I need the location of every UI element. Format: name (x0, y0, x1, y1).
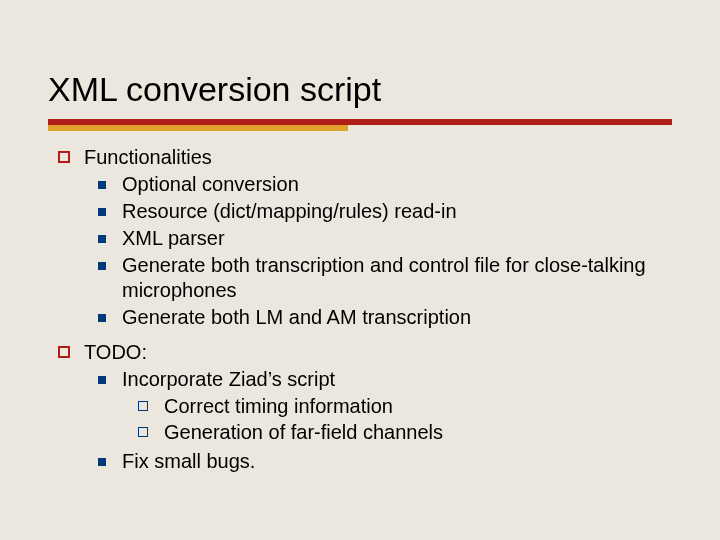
subitem-text: Generation of far-field channels (164, 420, 443, 445)
square-filled-bullet-icon (98, 208, 106, 216)
square-filled-bullet-icon (98, 262, 106, 270)
item-text: Optional conversion (122, 172, 672, 197)
item-text: Generate both transcription and control … (122, 253, 672, 303)
list-item: Fix small bugs. (84, 449, 672, 474)
item-text: Incorporate Ziad’s script (122, 367, 672, 392)
square-filled-bullet-icon (98, 235, 106, 243)
square-open-bullet-icon (58, 151, 70, 163)
slide-content: Functionalities Optional conversion Reso… (48, 145, 672, 480)
list-item: Correct timing information (122, 394, 672, 419)
list-item: Generation of far-field channels (122, 420, 672, 445)
section-functionalities: Functionalities Optional conversion Reso… (48, 145, 672, 336)
square-open-small-bullet-icon (138, 427, 148, 437)
slide-title: XML conversion script (48, 70, 672, 109)
outline-level-1: Functionalities Optional conversion Reso… (48, 145, 672, 480)
item-text: Generate both LM and AM transcription (122, 305, 672, 330)
title-underline (48, 119, 672, 131)
outline-level-2: Incorporate Ziad’s script Correct timing… (84, 367, 672, 474)
list-item: Optional conversion (84, 172, 672, 197)
section-label: TODO: (84, 340, 672, 365)
subitem-text: Correct timing information (164, 394, 393, 419)
list-item: XML parser (84, 226, 672, 251)
slide: XML conversion script Functionalities Op… (0, 0, 720, 540)
list-item: Resource (dict/mapping/rules) read-in (84, 199, 672, 224)
outline-level-3: Correct timing information Generation of… (122, 394, 672, 445)
list-item: Generate both transcription and control … (84, 253, 672, 303)
square-filled-bullet-icon (98, 376, 106, 384)
square-filled-bullet-icon (98, 458, 106, 466)
square-open-small-bullet-icon (138, 401, 148, 411)
item-text: XML parser (122, 226, 672, 251)
rule-orange (48, 125, 348, 131)
list-item: Generate both LM and AM transcription (84, 305, 672, 330)
section-todo: TODO: Incorporate Ziad’s script Correct … (48, 340, 672, 480)
list-item: Incorporate Ziad’s script Correct timing… (84, 367, 672, 447)
square-filled-bullet-icon (98, 314, 106, 322)
section-label: Functionalities (84, 145, 672, 170)
square-open-bullet-icon (58, 346, 70, 358)
item-text: Fix small bugs. (122, 449, 672, 474)
outline-level-2: Optional conversion Resource (dict/mappi… (84, 172, 672, 330)
square-filled-bullet-icon (98, 181, 106, 189)
item-text: Resource (dict/mapping/rules) read-in (122, 199, 672, 224)
